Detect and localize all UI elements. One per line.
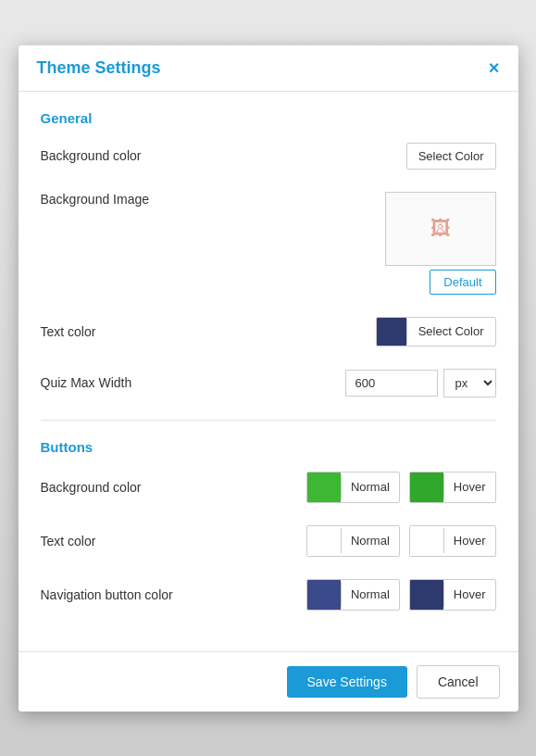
- btn-text-color-row: Text color Normal Hover: [41, 525, 496, 557]
- nav-btn-hover-button[interactable]: Hover: [409, 579, 496, 611]
- text-color-select-button[interactable]: Select Color: [376, 317, 496, 346]
- text-color-swatch: [377, 318, 406, 346]
- btn-bg-normal-swatch: [307, 472, 341, 502]
- general-section: General Background color Select Color Ba…: [41, 110, 496, 397]
- btn-text-normal-button[interactable]: Normal: [306, 525, 400, 557]
- quiz-max-width-row: Quiz Max Width px % em: [41, 369, 496, 397]
- bg-color-control: Select Color: [406, 143, 496, 170]
- modal-title: Theme Settings: [37, 58, 161, 78]
- btn-text-hover-swatch: [410, 526, 443, 556]
- modal-footer: Save Settings Cancel: [19, 651, 518, 712]
- bg-color-label: Background color: [41, 148, 142, 163]
- text-color-control: Select Color: [376, 317, 496, 346]
- quiz-max-width-label: Quiz Max Width: [41, 375, 132, 390]
- btn-bg-hover-label: Hover: [443, 474, 495, 499]
- btn-bg-normal-label: Normal: [341, 474, 399, 499]
- nav-btn-hover-swatch: [410, 580, 443, 610]
- bg-image-controls: 🖼 Default: [385, 192, 496, 295]
- btn-text-normal-label: Normal: [341, 528, 399, 553]
- image-placeholder-icon: 🖼: [430, 217, 451, 241]
- bg-image-row: Background Image 🖼 Default: [41, 192, 496, 295]
- btn-text-hover-button[interactable]: Hover: [409, 525, 496, 557]
- nav-btn-color-label: Navigation button color: [41, 587, 173, 602]
- modal-body: General Background color Select Color Ba…: [19, 92, 518, 651]
- btn-bg-hover-button[interactable]: Hover: [409, 472, 496, 503]
- quiz-max-width-control: px % em: [345, 369, 496, 397]
- close-button[interactable]: ×: [489, 58, 500, 77]
- nav-btn-color-control: Normal Hover: [306, 579, 496, 611]
- btn-text-color-control: Normal Hover: [306, 525, 496, 557]
- cancel-button[interactable]: Cancel: [417, 665, 500, 699]
- bg-image-upload-area[interactable]: 🖼: [385, 192, 496, 266]
- buttons-section-title: Buttons: [41, 439, 496, 455]
- btn-bg-color-label: Background color: [41, 480, 142, 495]
- btn-bg-color-row: Background color Normal Hover: [41, 472, 496, 503]
- bg-color-select-button[interactable]: Select Color: [406, 143, 496, 170]
- text-color-button-label: Select Color: [406, 319, 495, 344]
- save-settings-button[interactable]: Save Settings: [287, 666, 407, 698]
- quiz-max-width-input[interactable]: [345, 370, 438, 397]
- btn-text-normal-swatch: [307, 526, 341, 556]
- nav-btn-color-row: Navigation button color Normal Hover: [41, 579, 496, 611]
- nav-btn-normal-label: Normal: [341, 582, 399, 607]
- section-divider: [41, 420, 496, 421]
- bg-color-row: Background color Select Color: [41, 143, 496, 170]
- nav-btn-hover-label: Hover: [443, 582, 495, 607]
- bg-image-default-button[interactable]: Default: [430, 270, 495, 295]
- btn-text-color-label: Text color: [41, 534, 96, 548]
- btn-text-hover-label: Hover: [443, 528, 495, 553]
- general-section-title: General: [41, 110, 496, 126]
- text-color-label: Text color: [41, 324, 96, 339]
- text-color-row: Text color Select Color: [41, 317, 496, 346]
- modal-header: Theme Settings ×: [19, 45, 518, 92]
- btn-bg-hover-swatch: [410, 472, 443, 502]
- bg-image-label: Background Image: [41, 192, 150, 207]
- buttons-section: Buttons Background color Normal Hover: [41, 439, 496, 611]
- nav-btn-normal-button[interactable]: Normal: [306, 579, 400, 611]
- quiz-max-width-unit-select[interactable]: px % em: [443, 369, 496, 397]
- btn-bg-normal-button[interactable]: Normal: [306, 472, 400, 503]
- theme-settings-modal: Theme Settings × General Background colo…: [19, 45, 518, 712]
- btn-bg-color-control: Normal Hover: [306, 472, 496, 503]
- nav-btn-normal-swatch: [307, 580, 341, 610]
